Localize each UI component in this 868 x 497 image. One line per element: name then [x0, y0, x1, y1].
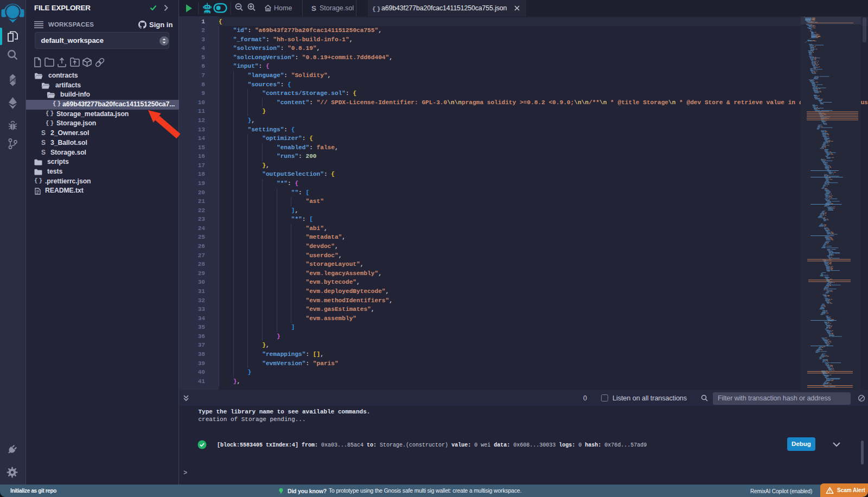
svg-text:S: S — [311, 4, 316, 12]
svg-text:{}: {} — [372, 5, 381, 12]
